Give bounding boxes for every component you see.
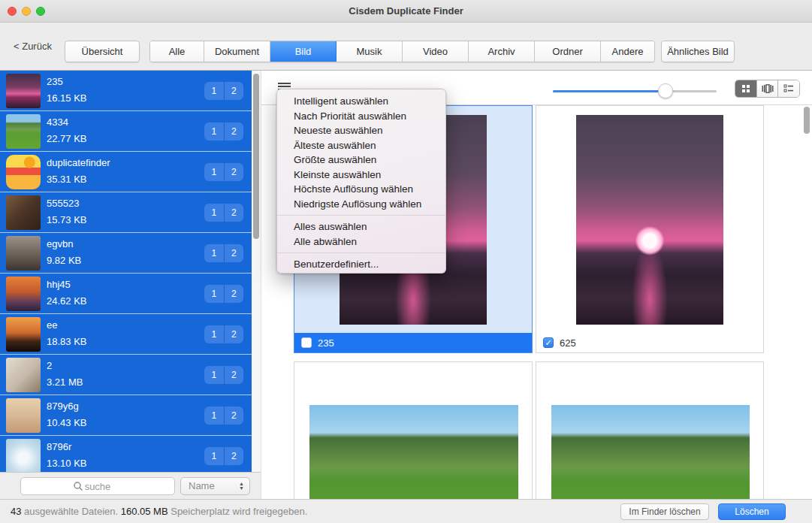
menu-item-groesste[interactable]: Größte auswählen [277, 153, 445, 168]
badge-count-2: 2 [225, 285, 244, 303]
list-item[interactable]: ee 18.83 KB 1 2 [0, 314, 252, 355]
file-size: 9.82 KB [47, 255, 81, 266]
menu-item-aelteste[interactable]: Älteste auswählen [277, 138, 445, 153]
badge-count-1: 1 [204, 244, 225, 262]
duplicate-count-badge: 1 2 [204, 325, 243, 343]
menu-separator [277, 252, 445, 253]
file-name: 4334 [47, 116, 68, 128]
file-size: 10.43 KB [47, 417, 87, 428]
zoom-slider-fill [553, 90, 666, 92]
view-mode-switch [735, 80, 800, 98]
menu-item-alles-auswaehlen[interactable]: Alles auswählen [277, 219, 445, 234]
list-item[interactable]: 4334 22.77 KB 1 2 [0, 111, 252, 152]
duplicate-group-list: 235 16.15 KB 1 2 4334 22.77 KB 1 2 dupli… [0, 71, 252, 472]
duplicate-card[interactable] [536, 361, 764, 500]
file-size: 13.10 KB [47, 458, 87, 469]
list-item[interactable]: hhj45 24.62 KB 1 2 [0, 274, 252, 314]
grid-view-button[interactable] [735, 80, 757, 97]
list-item[interactable]: 879y6g 10.43 KB 1 2 [0, 395, 252, 436]
search-input[interactable] [20, 477, 175, 495]
tab-ordner[interactable]: Ordner [535, 41, 601, 62]
badge-count-1: 1 [204, 82, 225, 100]
sidebar-footer: Name ▲▼ [0, 472, 261, 499]
menu-item-hoechste-aufloesung[interactable]: Höchste Auflösung wählen [277, 182, 445, 197]
duplicate-count-badge: 1 2 [204, 285, 243, 303]
delete-in-finder-button[interactable]: Im Finder löschen [620, 503, 709, 520]
badge-count-2: 2 [225, 244, 244, 262]
card-label-row: 235 [294, 333, 532, 352]
similar-image-button[interactable]: Ähnliches Bild [661, 41, 735, 62]
badge-count-2: 2 [225, 82, 244, 100]
thumbnail [6, 398, 41, 433]
file-name: egvbn [47, 238, 73, 249]
coverflow-view-button[interactable] [757, 80, 779, 97]
list-item[interactable]: 2 3.21 MB 1 2 [0, 355, 252, 395]
menu-item-nach-prioritaet[interactable]: Nach Priorität auswählen [277, 109, 445, 124]
overview-button[interactable]: Übersicht [65, 41, 140, 62]
tab-dokument[interactable]: Dokument [204, 41, 270, 62]
list-item[interactable]: duplicatefinder 35.31 KB 1 2 [0, 152, 252, 192]
stepper-arrows-icon: ▲▼ [237, 479, 246, 493]
list-item[interactable]: 235 16.15 KB 1 2 [0, 71, 252, 111]
zoom-slider-thumb[interactable] [658, 83, 673, 98]
tab-musik[interactable]: Musik [337, 41, 403, 62]
duplicate-count-badge: 1 2 [204, 447, 243, 465]
card-checkbox-checked[interactable]: ✓ [543, 337, 554, 348]
grid-view-icon [741, 84, 750, 93]
sort-select[interactable]: Name ▲▼ [180, 477, 250, 495]
badge-count-2: 2 [225, 407, 244, 425]
menu-item-alle-abwaehlen[interactable]: Alle abwählen [277, 234, 445, 249]
check-icon: ✓ [545, 338, 551, 347]
file-name: hhj45 [47, 279, 71, 290]
delete-button[interactable]: Löschen [718, 503, 786, 520]
thumbnail [6, 358, 41, 392]
badge-count-1: 1 [204, 122, 225, 141]
thumbnail [6, 317, 41, 352]
menu-separator [277, 215, 445, 216]
titlebar: Cisdem Duplicate Finder [0, 0, 812, 23]
badge-count-1: 1 [204, 163, 225, 181]
badge-count-1: 1 [204, 325, 225, 343]
file-name: 555523 [47, 198, 79, 209]
tab-video[interactable]: Video [403, 41, 469, 62]
file-size: 24.62 KB [47, 295, 87, 307]
card-file-name: 235 [318, 337, 334, 349]
thumbnail [6, 439, 41, 472]
menu-item-intelligent[interactable]: Intelligent auswählen [277, 94, 445, 109]
list-item[interactable]: egvbn 9.82 KB 1 2 [0, 233, 252, 274]
tab-bild[interactable]: Bild [270, 41, 337, 62]
menu-item-niedrigste-aufloesung[interactable]: Niedrigste Auflösung wählen [277, 197, 445, 212]
tab-archiv[interactable]: Archiv [469, 41, 535, 62]
list-view-button[interactable] [778, 80, 799, 97]
sidebar-scrollbar-thumb[interactable] [253, 74, 259, 239]
card-checkbox-unchecked[interactable] [301, 337, 312, 348]
duplicate-card[interactable]: ✓ 625 [536, 105, 764, 353]
menu-item-benutzerdefiniert[interactable]: Benutzerdefiniert... [277, 257, 445, 272]
menu-item-neueste[interactable]: Neueste auswählen [277, 123, 445, 138]
duplicate-card[interactable] [294, 361, 533, 500]
card-file-name: 625 [560, 337, 576, 349]
thumbnail-zoom-slider[interactable] [553, 83, 717, 98]
list-view-icon [783, 84, 794, 93]
file-name: 879y6g [47, 401, 79, 412]
status-text: 43 ausgewählte Dateien. 160.05 MB Speich… [11, 506, 307, 517]
coverflow-view-icon [762, 84, 774, 93]
content-scrollbar-thumb[interactable] [804, 107, 810, 134]
list-item[interactable]: 8796r 13.10 KB 1 2 [0, 436, 252, 472]
tab-andere[interactable]: Andere [601, 41, 654, 62]
app-window: Cisdem Duplicate Finder < Zurück Übersic… [0, 0, 812, 523]
thumbnail [6, 277, 41, 311]
file-size: 35.31 KB [47, 174, 87, 185]
menu-item-kleinste[interactable]: Kleinste auswählen [277, 168, 445, 183]
file-size: 3.21 MB [47, 376, 83, 388]
thumbnail [6, 195, 41, 230]
list-item[interactable]: 555523 15.73 KB 1 2 [0, 192, 252, 233]
file-name: ee [47, 319, 57, 331]
badge-count-1: 1 [204, 285, 225, 303]
back-button[interactable]: < Zurück [14, 41, 52, 52]
duplicate-count-badge: 1 2 [204, 204, 243, 222]
file-size: 22.77 KB [47, 133, 87, 144]
file-name: 2 [47, 360, 52, 371]
tab-alle[interactable]: Alle [150, 41, 204, 62]
file-size: 16.15 KB [47, 92, 87, 104]
